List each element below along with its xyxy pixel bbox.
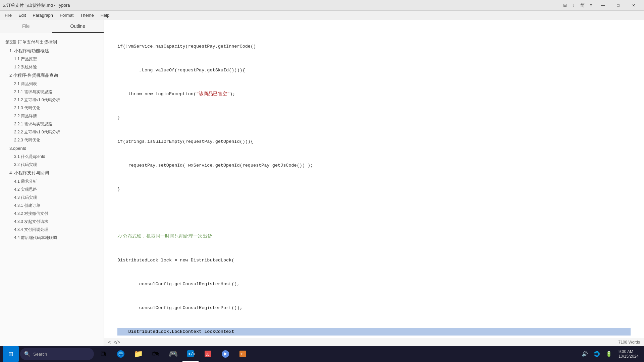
title-bar: 5.订单支付与出货控制.md - Typora ⊞ ♪ 简 ≡ — □ ✕ (0, 0, 644, 11)
outline-item-2-1-2[interactable]: 2.1.2 立可得v1.0代码分析 (0, 96, 104, 104)
status-bar: < </> 7108 Words (104, 338, 644, 346)
task-view-button[interactable]: ⧉ (95, 346, 111, 362)
sidebar: File Outline 第5章 订单支付与出货控制 1. 小程序端功能概述 1… (0, 20, 104, 346)
menu-paragraph[interactable]: Paragraph (29, 11, 56, 19)
svg-text:T: T (240, 352, 243, 356)
code-line-2: ,Long.valueOf(requestPay.getSkuId()))){ (117, 66, 631, 74)
code-line-3: throw new LogicException("该商品已售空"); (117, 90, 631, 98)
minimize-button[interactable]: — (595, 0, 610, 11)
outline-content: 第5章 订单支付与出货控制 1. 小程序端功能概述 1.1 产品原型 1.2 系… (0, 33, 104, 346)
editor-area[interactable]: if(!vmService.hasCapacity(requestPay.get… (104, 20, 644, 346)
close-button[interactable]: ✕ (626, 0, 641, 11)
app-typora[interactable]: T (235, 346, 251, 362)
outline-item-4-4[interactable]: 4.4 前后端代码本地联调 (0, 234, 104, 242)
outline-item-3-2[interactable]: 3.2 代码实现 (0, 161, 104, 169)
outline-item-4[interactable]: 4. 小程序支付与回调 (0, 169, 104, 177)
outline-item-3-1[interactable]: 3.1 什么是openId (0, 153, 104, 161)
taskbar: ⊞ 🔍 Search ⧉ 📁 🛍 🎮 </> JB T 🔊 🌐 🔋 9:30 A… (0, 346, 644, 362)
menu-file[interactable]: File (1, 11, 15, 19)
outline-item-2[interactable]: 2 小程序-售货机商品查询 (0, 71, 104, 80)
code-line-9: DistributedLock lock = new DistributedLo… (117, 256, 631, 264)
app-jebrains[interactable]: JB (200, 346, 216, 362)
menu-format[interactable]: Format (56, 11, 77, 19)
code-line-comment-1: //分布式锁，机器同一时间只能处理一次出货 (117, 233, 631, 241)
nav-left-button[interactable]: < (108, 340, 111, 345)
status-left: < </> (108, 340, 120, 345)
app-arrow[interactable] (217, 346, 233, 362)
outline-item-2-2-2[interactable]: 2.2.2 立可得v1.0代码分析 (0, 128, 104, 136)
svg-text:JB: JB (206, 353, 210, 356)
code-block: if(!vmService.hasCapacity(requestPay.get… (117, 27, 631, 338)
outline-item-4-3-3[interactable]: 4.3.3 发起支付请求 (0, 218, 104, 226)
svg-text:</>: </> (188, 351, 195, 356)
edge-button[interactable] (113, 346, 129, 362)
outline-item-4-3-1[interactable]: 4.3.1 创建订单 (0, 201, 104, 209)
outline-item-2-1-3[interactable]: 2.1.3 代码优化 (0, 104, 104, 112)
outline-item-1-1[interactable]: 1.1 产品原型 (0, 55, 104, 63)
code-line-11: consulConfig.getConsulRegisterPort()); (117, 304, 631, 312)
nav-code-button[interactable]: </> (113, 340, 120, 345)
outline-item-2-2-3[interactable]: 2.2.3 代码优化 (0, 136, 104, 144)
outline-item-4-3-4[interactable]: 4.3.4 支付回调处理 (0, 226, 104, 234)
menu-bar: File Edit Paragraph Format Theme Help (0, 11, 644, 20)
network-icon[interactable]: 🌐 (592, 349, 602, 359)
menu-edit[interactable]: Edit (15, 11, 29, 19)
ms-store-button[interactable]: 🛍 (148, 346, 164, 362)
maximize-button[interactable]: □ (610, 0, 626, 11)
main-area: File Outline 第5章 订单支付与出货控制 1. 小程序端功能概述 1… (0, 20, 644, 346)
vscode-button[interactable]: </> (182, 346, 199, 362)
battery-icon[interactable]: 🔋 (604, 349, 614, 359)
search-placeholder: Search (33, 352, 47, 357)
outline-item-2-2-1[interactable]: 2.2.1 需求与实现思路 (0, 120, 104, 128)
outline-item-1[interactable]: 1. 小程序端功能概述 (0, 47, 104, 55)
code-line-10: consulConfig.getConsulRegisterHost(), (117, 280, 631, 288)
code-line-5: if(Strings.isNullOrEmpty(requestPay.getO… (117, 138, 631, 146)
code-line-8 (117, 209, 631, 217)
taskbar-search[interactable]: 🔍 Search (20, 348, 94, 360)
volume-icon[interactable]: 🔊 (580, 349, 590, 359)
outline-item-4-3[interactable]: 4.3 代码实现 (0, 193, 104, 201)
menu-icon[interactable]: ≡ (587, 1, 595, 9)
code-line-6: requestPay.setOpenId( wxService.getOpenI… (117, 162, 631, 170)
outline-item-2-1-1[interactable]: 2.1.1 需求与实现思路 (0, 88, 104, 96)
outline-item-2-2[interactable]: 2.2 商品详情 (0, 112, 104, 120)
start-button[interactable]: ⊞ (3, 346, 19, 362)
grid-icon[interactable]: ⊞ (561, 1, 569, 9)
menu-help[interactable]: Help (97, 11, 113, 19)
outline-item-4-3-2[interactable]: 4.3.2 对接微信支付 (0, 209, 104, 218)
word-count: 7108 Words (619, 340, 640, 345)
outline-item-1-2[interactable]: 1.2 系统体验 (0, 63, 104, 71)
code-line-selected-1: DistributedLock.LockContext lockContext … (117, 328, 631, 336)
music-icon[interactable]: ♪ (570, 1, 578, 9)
taskbar-right: 🔊 🌐 🔋 9:30 AM10/15/2024 (580, 349, 641, 359)
chinese-icon[interactable]: 简 (578, 1, 586, 9)
system-time[interactable]: 9:30 AM10/15/2024 (616, 349, 641, 359)
editor-content[interactable]: if(!vmService.hasCapacity(requestPay.get… (104, 20, 644, 338)
outline-item-2-1[interactable]: 2.1 商品列表 (0, 80, 104, 88)
tab-outline[interactable]: Outline (52, 20, 104, 33)
file-explorer-button[interactable]: 📁 (130, 346, 146, 362)
outline-item-4-2[interactable]: 4.2 实现思路 (0, 185, 104, 193)
tab-file[interactable]: File (0, 20, 52, 33)
outline-item-3[interactable]: 3.openId (0, 144, 104, 153)
outline-chapter5[interactable]: 第5章 订单支付与出货控制 (0, 38, 104, 47)
outline-item-4-1[interactable]: 4.1 需求分析 (0, 177, 104, 185)
code-line-7: } (117, 185, 631, 193)
code-line-1: if(!vmService.hasCapacity(requestPay.get… (117, 43, 631, 51)
sidebar-tabs: File Outline (0, 20, 104, 33)
menu-theme[interactable]: Theme (77, 11, 97, 19)
title-icons: ⊞ ♪ 简 ≡ (561, 1, 595, 9)
window-title: 5.订单支付与出货控制.md - Typora (3, 2, 70, 8)
code-line-4: } (117, 114, 631, 122)
xbox-button[interactable]: 🎮 (165, 346, 181, 362)
